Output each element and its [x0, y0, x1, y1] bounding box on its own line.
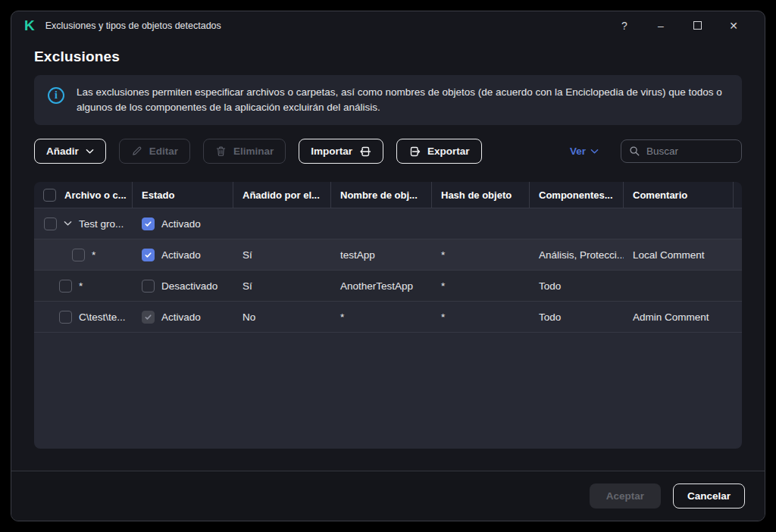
footer: Aceptar Cancelar	[11, 471, 765, 521]
check-icon	[144, 313, 152, 321]
status-cell: Activado	[133, 311, 233, 324]
status-checkbox[interactable]	[142, 280, 155, 293]
window-title: Exclusiones y tipos de objetos detectado…	[45, 20, 221, 31]
added-by-cell: Sí	[233, 280, 331, 292]
export-button-label: Exportar	[427, 146, 470, 157]
added-by-cell: Sí	[233, 249, 331, 261]
file-cell: Test gro...	[34, 217, 133, 230]
table-empty-area	[34, 332, 742, 449]
cancel-button[interactable]: Cancelar	[673, 483, 745, 509]
added-by-value: Sí	[242, 280, 252, 292]
column-header-label: Archivo o c...	[64, 189, 127, 201]
object-name-cell: testApp	[331, 249, 432, 261]
check-icon	[144, 251, 152, 259]
check-icon	[144, 220, 152, 228]
added-by-value: Sí	[242, 249, 252, 261]
components-value: Todo	[539, 280, 561, 292]
pencil-icon	[131, 146, 142, 157]
column-header-added-by[interactable]: Añadido por el...	[233, 182, 331, 208]
column-header-components[interactable]: Componentes...	[530, 182, 624, 208]
object-name-value: *	[340, 311, 344, 323]
column-header-file[interactable]: Archivo o c...	[34, 182, 133, 208]
object-hash-cell: *	[432, 280, 530, 292]
import-button-label: Importar	[311, 146, 352, 157]
file-label: *	[79, 280, 83, 292]
table-row[interactable]: * Activado Sí testApp * Análisis, Protec…	[34, 239, 742, 270]
column-header-spacer	[734, 182, 742, 208]
object-name-value: testApp	[340, 249, 375, 261]
info-banner-text: Las exclusiones permiten especificar arc…	[77, 85, 728, 115]
minimize-button[interactable]: –	[643, 14, 679, 37]
add-button-label: Añadir	[46, 146, 79, 157]
row-checkbox[interactable]	[72, 249, 85, 261]
toolbar: Añadir Editar Eliminar Importar Exportar…	[34, 139, 742, 164]
view-dropdown-label: Ver	[570, 146, 586, 157]
column-header-label: Comentario	[633, 189, 687, 201]
delete-button-label: Eliminar	[233, 146, 274, 157]
added-by-cell: No	[233, 311, 331, 323]
components-value: Análisis, Protecci...	[539, 249, 624, 261]
status-checkbox[interactable]	[142, 249, 155, 261]
file-cell: C\test\te...	[34, 311, 133, 324]
help-button[interactable]: ?	[606, 14, 643, 37]
select-all-checkbox[interactable]	[43, 189, 56, 202]
object-hash-value: *	[441, 280, 445, 292]
table-row[interactable]: C\test\te... Activado No * * Todo Admin …	[34, 301, 742, 332]
components-value: Todo	[539, 311, 561, 323]
kaspersky-logo-icon: K	[24, 18, 34, 33]
column-header-comment[interactable]: Comentario	[624, 182, 734, 208]
row-checkbox[interactable]	[59, 280, 72, 293]
object-hash-value: *	[441, 311, 445, 323]
edit-button[interactable]: Editar	[119, 139, 190, 164]
object-hash-cell: *	[432, 311, 530, 323]
status-label: Activado	[161, 249, 201, 261]
info-icon: i	[48, 87, 64, 104]
titlebar: K Exclusiones y tipos de objetos detecta…	[11, 11, 765, 39]
file-label: *	[92, 249, 95, 261]
comment-value: Local Comment	[633, 249, 705, 261]
status-checkbox[interactable]	[142, 217, 155, 230]
components-cell: Todo	[530, 280, 624, 292]
column-header-object-hash[interactable]: Hash de objeto	[432, 182, 530, 208]
file-label: Test gro...	[79, 218, 124, 230]
chevron-down-icon	[590, 149, 599, 155]
components-cell: Todo	[530, 311, 624, 323]
column-header-label: Hash de objeto	[441, 189, 512, 201]
window-controls: ? – ✕	[606, 14, 752, 37]
import-icon	[359, 146, 371, 158]
comment-cell: Local Comment	[624, 249, 734, 261]
object-name-cell: AnotherTestApp	[331, 280, 432, 292]
file-label: C\test\te...	[79, 311, 126, 323]
maximize-button[interactable]	[679, 14, 715, 37]
added-by-value: No	[242, 311, 255, 323]
file-cell: *	[34, 280, 133, 293]
add-button[interactable]: Añadir	[34, 139, 106, 164]
search-box	[621, 139, 742, 163]
status-label: Desactivado	[161, 280, 217, 292]
close-button[interactable]: ✕	[715, 14, 752, 37]
status-cell: Activado	[133, 217, 233, 230]
object-name-value: AnotherTestApp	[340, 280, 413, 292]
table-header: Archivo o c... Estado Añadido por el... …	[34, 182, 742, 208]
table-row-group[interactable]: Test gro... Activado	[34, 208, 742, 239]
status-label: Activado	[161, 218, 201, 230]
search-input[interactable]	[646, 146, 734, 157]
trash-icon	[215, 146, 227, 157]
view-dropdown[interactable]: Ver	[570, 146, 599, 157]
export-button[interactable]: Exportar	[396, 139, 482, 164]
accept-button[interactable]: Aceptar	[590, 483, 661, 509]
column-header-object-name[interactable]: Nombre de obj...	[331, 182, 432, 208]
table-row[interactable]: * Desactivado Sí AnotherTestApp * Todo	[34, 270, 742, 301]
file-cell: *	[34, 249, 133, 261]
collapse-group-icon[interactable]	[64, 221, 72, 227]
row-checkbox[interactable]	[59, 311, 72, 324]
import-button[interactable]: Importar	[299, 139, 383, 164]
exclusions-table: Archivo o c... Estado Añadido por el... …	[34, 182, 742, 449]
column-header-status[interactable]: Estado	[133, 182, 233, 208]
delete-button[interactable]: Eliminar	[203, 139, 286, 164]
comment-value: Admin Comment	[633, 311, 709, 323]
status-cell: Activado	[133, 249, 233, 261]
row-checkbox[interactable]	[44, 217, 57, 230]
status-cell: Desactivado	[133, 280, 233, 293]
object-hash-value: *	[441, 249, 445, 261]
